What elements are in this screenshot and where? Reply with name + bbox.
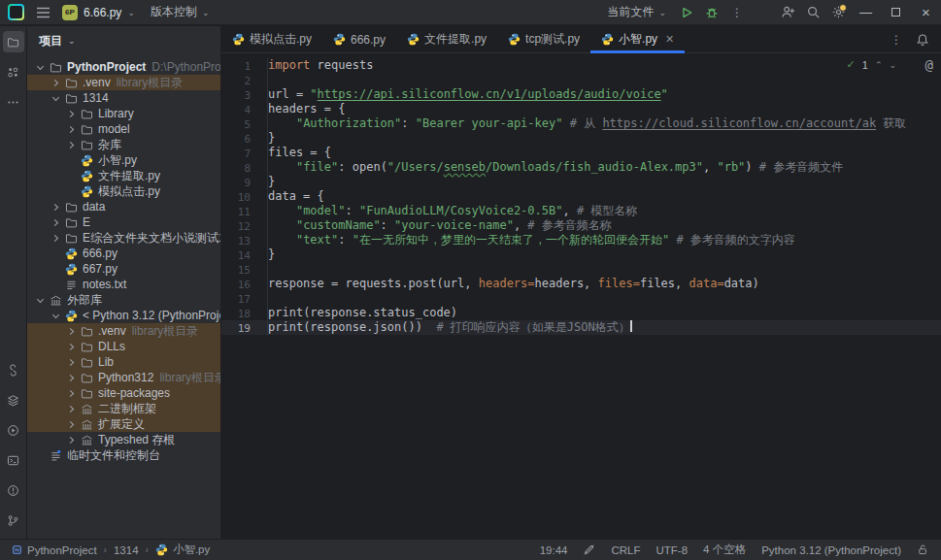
chevron-right-icon[interactable] <box>49 217 63 228</box>
code-line[interactable]: 13 "text": "在一无所知中，梦里的一天结束了，一个新的轮回便会开始" … <box>221 233 941 247</box>
tree-item[interactable]: 扩展定义 <box>27 416 220 432</box>
more-tools-icon[interactable] <box>3 91 24 113</box>
tree-item[interactable]: Lib <box>27 354 220 370</box>
next-problem-icon[interactable]: ⌄ <box>889 60 896 70</box>
editor-tab[interactable]: tcp测试.py <box>497 26 590 52</box>
chevron-right-icon[interactable] <box>49 78 63 88</box>
interpreter-widget[interactable]: Python 3.12 (PythonProject) <box>761 544 901 556</box>
caret-position[interactable]: 19:44 <box>540 544 568 556</box>
chevron-right-icon[interactable] <box>64 419 79 430</box>
tree-item[interactable]: model <box>27 121 220 137</box>
chevron-down-icon[interactable] <box>33 62 48 73</box>
chevron-right-icon[interactable] <box>64 388 79 399</box>
project-widget[interactable]: 6P 6.66.py ⌄ <box>62 5 135 20</box>
inspections-widget[interactable]: ✓1 ⌃ ⌄ <box>847 58 896 71</box>
tree-item[interactable]: PythonProjectD:\PythonProject <box>27 59 220 75</box>
breadcrumb-item[interactable]: 1314 <box>114 544 139 556</box>
project-panel-header[interactable]: 项目 ⌄ <box>27 26 220 55</box>
code-line[interactable]: 11 "model": "FunAudioLLM/CosyVoice2-0.5B… <box>221 204 941 218</box>
chevron-down-icon[interactable] <box>33 295 48 306</box>
chevron-right-icon[interactable] <box>64 140 79 150</box>
debug-icon[interactable] <box>699 0 724 25</box>
minimize-icon[interactable]: — <box>851 0 881 25</box>
code-line[interactable]: 6} <box>221 131 941 146</box>
code-line[interactable]: 12 "customName": "your-voice-name", # 参考… <box>221 218 941 233</box>
code-line[interactable]: 15 <box>221 262 941 277</box>
services-icon[interactable] <box>3 419 24 441</box>
line-separator[interactable]: CRLF <box>611 544 640 556</box>
main-menu-icon[interactable] <box>36 7 50 18</box>
python-packages-icon[interactable] <box>3 389 24 411</box>
tree-item[interactable]: 文件提取.py <box>27 168 220 183</box>
readonly-toggle-icon[interactable] <box>583 544 595 556</box>
tree-item[interactable]: Typeshed 存根 <box>27 432 220 447</box>
tree-item[interactable]: 667.py <box>27 261 220 277</box>
code-line[interactable]: 17 <box>221 291 941 306</box>
chevron-right-icon[interactable] <box>49 233 63 244</box>
chevron-down-icon[interactable] <box>49 93 63 104</box>
code-line[interactable]: 7files = { <box>221 146 941 160</box>
file-encoding[interactable]: UTF-8 <box>655 544 688 556</box>
code-line[interactable]: 3url = "https://api.siliconflow.cn/v1/up… <box>221 87 941 102</box>
settings-icon[interactable] <box>825 0 851 25</box>
tree-item[interactable]: Library <box>27 106 220 121</box>
tree-item[interactable]: 二进制框架 <box>27 401 220 416</box>
code-editor[interactable]: 1import requests23url = "https://api.sil… <box>221 53 941 539</box>
prev-problem-icon[interactable]: ⌃ <box>875 60 883 70</box>
tree-item[interactable]: DLLs <box>27 339 220 354</box>
indent-setting[interactable]: 4 个空格 <box>703 543 746 557</box>
tree-item[interactable]: E <box>27 214 220 230</box>
tree-item[interactable]: Python312library根目录 <box>27 370 220 385</box>
run-icon[interactable] <box>674 0 699 25</box>
code-line[interactable]: 8 "file": open("/Users/senseb/Downloads/… <box>221 160 941 175</box>
code-line[interactable]: 4headers = { <box>221 102 941 116</box>
more-actions-icon[interactable]: ⋮ <box>724 0 750 25</box>
chevron-right-icon[interactable] <box>64 342 79 352</box>
code-line[interactable]: 19print(response.json()) # 打印响应内容（如果是JSO… <box>221 320 941 335</box>
breadcrumb-item[interactable]: 小智.py <box>155 543 210 557</box>
code-line[interactable]: 10data = { <box>221 189 941 204</box>
problems-icon[interactable] <box>3 479 24 501</box>
structure-icon[interactable] <box>3 61 24 82</box>
chevron-right-icon[interactable] <box>64 326 79 337</box>
tree-item[interactable]: E综合文件夹文档小说测试1_1.zip1 <box>27 230 220 246</box>
project-folder-icon[interactable] <box>3 31 24 52</box>
vcs-widget[interactable]: 版本控制 ⌄ <box>151 4 210 20</box>
tree-item[interactable]: data <box>27 199 220 214</box>
search-icon[interactable] <box>800 0 825 25</box>
tree-item[interactable]: .venvlibrary根目录 <box>27 323 220 339</box>
code-line[interactable]: 2 <box>221 73 941 87</box>
tree-item[interactable]: notes.txt <box>27 277 220 292</box>
tree-item[interactable]: site-packages <box>27 385 220 401</box>
notifications-icon[interactable] <box>916 33 929 47</box>
chevron-right-icon[interactable] <box>64 357 79 368</box>
version-control-icon[interactable] <box>3 510 24 531</box>
editor-tab[interactable]: 文件提取.py <box>396 26 497 52</box>
code-line[interactable]: 18print(response.status_code) <box>221 306 941 320</box>
editor-tab[interactable]: 666.py <box>322 26 396 52</box>
tree-item[interactable]: 666.py <box>27 246 220 261</box>
chevron-right-icon[interactable] <box>64 109 79 119</box>
editor-tab[interactable]: 小智.py✕ <box>590 26 685 52</box>
python-console-icon[interactable] <box>3 359 24 380</box>
chevron-right-icon[interactable] <box>49 202 63 213</box>
add-user-icon[interactable] <box>775 0 800 25</box>
ai-assistant-icon[interactable]: @ <box>925 57 933 73</box>
tree-item[interactable]: 临时文件和控制台 <box>27 447 220 463</box>
close-icon[interactable]: × <box>911 0 941 25</box>
code-line[interactable]: 14} <box>221 247 941 262</box>
tree-item[interactable]: .venvlibrary根目录 <box>27 75 220 90</box>
chevron-right-icon[interactable] <box>64 404 79 414</box>
tab-close-icon[interactable]: ✕ <box>665 33 674 46</box>
chevron-right-icon[interactable] <box>64 435 79 445</box>
tree-item[interactable]: 小智.py <box>27 152 220 168</box>
tree-item[interactable]: 模拟点击.py <box>27 183 220 199</box>
code-line[interactable]: 1import requests <box>221 58 941 73</box>
tree-item[interactable]: 1314 <box>27 90 220 106</box>
editor-tab[interactable]: 模拟点击.py <box>221 26 322 52</box>
chevron-right-icon[interactable] <box>64 373 79 383</box>
tree-item[interactable]: 外部库 <box>27 292 220 308</box>
maximize-icon[interactable] <box>881 0 911 25</box>
code-line[interactable]: 16response = requests.post(url, headers=… <box>221 277 941 291</box>
chevron-right-icon[interactable] <box>64 124 79 135</box>
